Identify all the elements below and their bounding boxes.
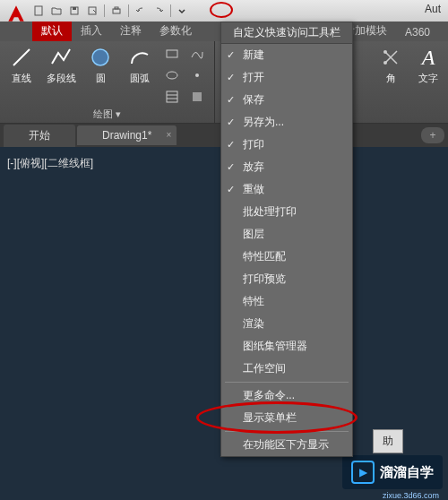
tool-label: 圆 [96, 72, 106, 85]
panel-draw: 直线 多段线 圆 圆弧 [0, 41, 215, 123]
tool-arc[interactable]: 圆弧 [124, 45, 156, 106]
doc-tab-start[interactable]: 开始 [4, 125, 75, 147]
qat-save-icon[interactable] [66, 3, 82, 19]
ribbon-tab-insert[interactable]: 插入 [72, 21, 111, 41]
line-icon [9, 45, 34, 70]
app-title: Aut [425, 3, 441, 15]
svg-point-7 [92, 49, 108, 65]
tool-circle[interactable]: 圆 [84, 45, 116, 106]
ribbon-tab-parametric[interactable]: 参数化 [151, 21, 201, 41]
tool-region-icon[interactable] [188, 88, 206, 106]
tool-polyline[interactable]: 多段线 [45, 45, 77, 106]
tool-label: 直线 [12, 72, 31, 85]
plus-icon: + [429, 129, 435, 142]
qat-redo-icon[interactable] [151, 3, 167, 19]
menu-item-plotpreview[interactable]: 打印预览 [221, 268, 352, 290]
svg-point-15 [383, 50, 387, 54]
ribbon-tab-annotate[interactable]: 注释 [111, 21, 151, 41]
doc-tab-drawing1[interactable]: Drawing1*× [77, 125, 177, 145]
tool-rect-icon[interactable] [163, 45, 181, 63]
svg-rect-3 [89, 7, 96, 14]
qat-separator [128, 4, 129, 17]
tool-spline-icon[interactable] [188, 45, 206, 63]
tool-small-group-2 [188, 45, 206, 106]
tool-label: 文字 [418, 72, 438, 85]
doc-tab-label: Drawing1* [102, 129, 151, 142]
scissors-icon [378, 45, 403, 70]
arc-icon [127, 45, 152, 70]
menu-item-undo[interactable]: 放弃 [221, 156, 352, 178]
menu-item-layer[interactable]: 图层 [221, 223, 352, 246]
polyline-icon [48, 45, 73, 70]
menu-separator [225, 431, 349, 432]
menu-item-properties[interactable]: 特性 [221, 290, 352, 313]
menu-item-showbelow[interactable]: 在功能区下方显示 [221, 434, 352, 456]
tool-line[interactable]: 直线 [5, 45, 38, 106]
tool-ellipse-icon[interactable] [163, 66, 181, 84]
viewport-label[interactable]: [-][俯视][二维线框] [7, 156, 93, 171]
menu-item-open[interactable]: 打开 [221, 66, 352, 89]
ribbon-tab-a360[interactable]: A360 [396, 23, 439, 41]
text-icon: A [416, 45, 441, 70]
qat-open-icon[interactable] [48, 3, 65, 19]
menu-separator [225, 382, 349, 383]
svg-rect-8 [167, 50, 177, 57]
close-icon[interactable]: × [167, 130, 172, 140]
tool-small-group [163, 45, 181, 106]
menu-item-workspace[interactable]: 工作空间 [221, 358, 352, 380]
tool-text[interactable]: A 文字 [412, 45, 444, 119]
qat-undo-icon[interactable] [133, 3, 149, 19]
menu-header: 自定义快速访问工具栏 [221, 22, 352, 44]
svg-line-6 [13, 49, 30, 65]
quick-access-toolbar: Aut [0, 0, 448, 22]
menu-item-redo[interactable]: 重做 [221, 178, 352, 201]
menu-item-sheetset[interactable]: 图纸集管理器 [221, 335, 352, 358]
doc-tab-add[interactable]: + [421, 127, 444, 143]
panel-title-draw[interactable]: 绘图 ▾ [5, 106, 209, 123]
svg-point-9 [167, 72, 177, 79]
qat-saveas-icon[interactable] [84, 3, 100, 19]
tool-point-icon[interactable] [188, 66, 206, 84]
svg-rect-5 [115, 7, 118, 9]
watermark: ▶ 溜溜自学 [342, 455, 443, 489]
qat-customize-menu: 自定义快速访问工具栏 新建 打开 保存 另存为... 打印 放弃 重做 批处理打… [220, 22, 353, 457]
svg-point-13 [195, 73, 199, 77]
qat-customize-dropdown-icon[interactable] [175, 4, 189, 18]
menu-item-render[interactable]: 渲染 [221, 313, 352, 335]
menu-item-print[interactable]: 打印 [221, 134, 352, 156]
qat-new-icon[interactable] [30, 3, 47, 19]
tool-label: 多段线 [47, 72, 76, 85]
svg-rect-10 [167, 91, 177, 102]
menu-item-morecommands[interactable]: 更多命令... [221, 384, 352, 407]
svg-point-16 [383, 61, 387, 65]
watermark-brand: 溜溜自学 [380, 464, 434, 481]
svg-rect-2 [73, 7, 76, 10]
menu-item-save[interactable]: 保存 [221, 89, 352, 111]
tool-label: 角 [386, 72, 396, 85]
ribbon-tab-default[interactable]: 默认 [32, 21, 72, 41]
svg-rect-4 [113, 9, 120, 13]
watermark-url: zixue.3d66.com [383, 491, 439, 500]
menu-item-new[interactable]: 新建 [221, 44, 352, 66]
qat-print-icon[interactable] [108, 3, 125, 19]
doc-tab-label: 开始 [29, 129, 50, 142]
qat-separator [170, 4, 171, 17]
menu-item-saveas[interactable]: 另存为... [221, 111, 352, 134]
circle-icon [88, 45, 113, 70]
menu-item-showmenubar[interactable]: 显示菜单栏 [221, 407, 352, 429]
qat-separator [104, 4, 105, 17]
tool-trim-partial[interactable]: 角 [375, 45, 407, 119]
menu-item-matchprop[interactable]: 特性匹配 [221, 246, 352, 268]
tool-hatch-icon[interactable] [163, 88, 181, 106]
tool-label: 圆弧 [130, 72, 150, 85]
menu-item-batchplot[interactable]: 批处理打印 [221, 201, 352, 223]
help-button[interactable]: 助 [373, 429, 403, 453]
svg-rect-14 [193, 92, 202, 101]
app-logo[interactable] [4, 1, 29, 26]
svg-rect-0 [35, 6, 42, 15]
play-icon: ▶ [351, 461, 375, 484]
